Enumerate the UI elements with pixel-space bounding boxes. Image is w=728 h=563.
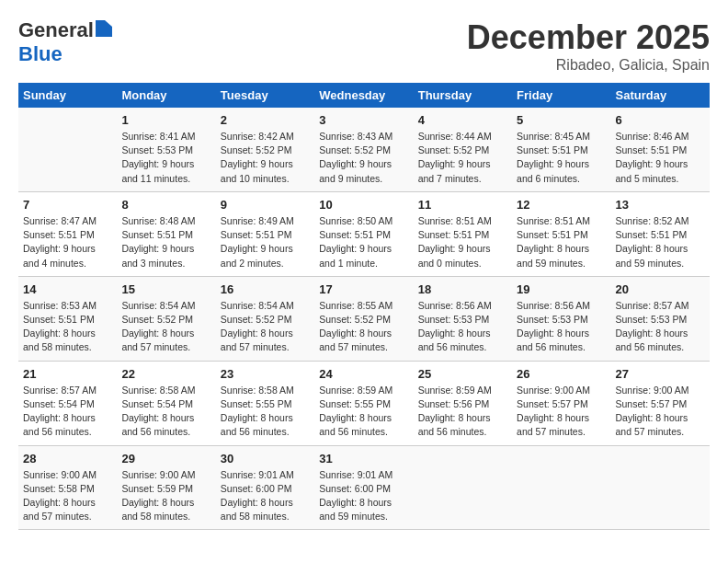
calendar-cell (414, 445, 512, 530)
day-number: 8 (121, 198, 210, 212)
day-info: Sunrise: 8:49 AMSunset: 5:51 PMDaylight:… (221, 214, 310, 270)
day-number: 14 (23, 282, 112, 296)
page-header: General Blue December 2025 Ribadeo, Gali… (18, 18, 710, 74)
day-info: Sunrise: 8:43 AMSunset: 5:52 PMDaylight:… (319, 130, 408, 186)
svg-marker-0 (96, 20, 112, 37)
calendar-cell: 19Sunrise: 8:56 AMSunset: 5:53 PMDayligh… (512, 276, 610, 361)
calendar-cell: 13Sunrise: 8:52 AMSunset: 5:51 PMDayligh… (611, 191, 710, 276)
calendar-cell: 3Sunrise: 8:43 AMSunset: 5:52 PMDaylight… (314, 108, 413, 191)
calendar-cell: 14Sunrise: 8:53 AMSunset: 5:51 PMDayligh… (18, 276, 117, 361)
day-number: 29 (121, 452, 210, 465)
day-number: 24 (319, 367, 408, 381)
day-of-week-saturday: Saturday (611, 83, 710, 108)
day-number: 20 (616, 282, 705, 296)
calendar-cell: 8Sunrise: 8:48 AMSunset: 5:51 PMDaylight… (117, 191, 215, 276)
day-info: Sunrise: 9:00 AMSunset: 5:59 PMDaylight:… (121, 468, 210, 524)
day-number: 21 (23, 367, 112, 381)
day-number: 9 (221, 198, 310, 212)
day-info: Sunrise: 8:57 AMSunset: 5:53 PMDaylight:… (616, 299, 705, 355)
day-number: 31 (319, 452, 408, 465)
day-number: 13 (616, 198, 705, 212)
calendar-cell: 31Sunrise: 9:01 AMSunset: 6:00 PMDayligh… (314, 445, 413, 530)
day-number: 15 (121, 282, 210, 296)
calendar-week-5: 28Sunrise: 9:00 AMSunset: 5:58 PMDayligh… (18, 445, 710, 530)
calendar-table: SundayMondayTuesdayWednesdayThursdayFrid… (18, 83, 710, 530)
calendar-cell: 22Sunrise: 8:58 AMSunset: 5:54 PMDayligh… (117, 361, 215, 445)
calendar-cell: 27Sunrise: 9:00 AMSunset: 5:57 PMDayligh… (611, 361, 710, 445)
calendar-cell: 20Sunrise: 8:57 AMSunset: 5:53 PMDayligh… (611, 276, 710, 361)
day-number: 7 (23, 198, 112, 212)
day-of-week-friday: Friday (512, 83, 610, 108)
calendar-cell: 26Sunrise: 9:00 AMSunset: 5:57 PMDayligh… (512, 361, 610, 445)
calendar-header-row: SundayMondayTuesdayWednesdayThursdayFrid… (18, 83, 710, 108)
day-info: Sunrise: 8:56 AMSunset: 5:53 PMDaylight:… (418, 299, 507, 355)
day-info: Sunrise: 8:55 AMSunset: 5:52 PMDaylight:… (319, 299, 408, 355)
logo-blue: Blue (18, 42, 63, 65)
day-info: Sunrise: 8:56 AMSunset: 5:53 PMDaylight:… (517, 299, 606, 355)
calendar-cell: 29Sunrise: 9:00 AMSunset: 5:59 PMDayligh… (117, 445, 215, 530)
logo: General Blue (18, 18, 112, 66)
logo-icon (96, 20, 112, 37)
day-of-week-thursday: Thursday (414, 83, 512, 108)
location: Ribadeo, Galicia, Spain (467, 57, 710, 74)
day-number: 6 (616, 113, 705, 127)
day-info: Sunrise: 9:01 AMSunset: 6:00 PMDaylight:… (221, 468, 310, 524)
day-info: Sunrise: 8:53 AMSunset: 5:51 PMDaylight:… (23, 299, 112, 355)
day-number: 25 (418, 367, 507, 381)
day-info: Sunrise: 8:54 AMSunset: 5:52 PMDaylight:… (221, 299, 310, 355)
day-info: Sunrise: 8:59 AMSunset: 5:56 PMDaylight:… (418, 384, 507, 440)
logo-general: General (18, 18, 94, 42)
calendar-cell: 24Sunrise: 8:59 AMSunset: 5:55 PMDayligh… (314, 361, 413, 445)
calendar-week-4: 21Sunrise: 8:57 AMSunset: 5:54 PMDayligh… (18, 361, 710, 445)
day-number: 23 (221, 367, 310, 381)
day-info: Sunrise: 9:00 AMSunset: 5:57 PMDaylight:… (517, 384, 606, 440)
calendar-cell: 4Sunrise: 8:44 AMSunset: 5:52 PMDaylight… (414, 108, 512, 191)
calendar-cell: 30Sunrise: 9:01 AMSunset: 6:00 PMDayligh… (216, 445, 314, 530)
title-block: December 2025 Ribadeo, Galicia, Spain (467, 18, 710, 74)
month-title: December 2025 (467, 18, 710, 57)
calendar-cell: 23Sunrise: 8:58 AMSunset: 5:55 PMDayligh… (216, 361, 314, 445)
calendar-cell: 15Sunrise: 8:54 AMSunset: 5:52 PMDayligh… (117, 276, 215, 361)
day-info: Sunrise: 8:59 AMSunset: 5:55 PMDaylight:… (319, 384, 408, 440)
day-info: Sunrise: 8:52 AMSunset: 5:51 PMDaylight:… (616, 214, 705, 270)
day-number: 19 (517, 282, 606, 296)
day-of-week-sunday: Sunday (18, 83, 117, 108)
day-number: 11 (418, 198, 507, 212)
day-info: Sunrise: 9:00 AMSunset: 5:57 PMDaylight:… (616, 384, 705, 440)
calendar-cell: 28Sunrise: 9:00 AMSunset: 5:58 PMDayligh… (18, 445, 117, 530)
calendar-week-1: 1Sunrise: 8:41 AMSunset: 5:53 PMDaylight… (18, 108, 710, 191)
calendar-cell (18, 108, 117, 191)
day-info: Sunrise: 8:50 AMSunset: 5:51 PMDaylight:… (319, 214, 408, 270)
day-number: 5 (517, 113, 606, 127)
calendar-cell: 2Sunrise: 8:42 AMSunset: 5:52 PMDaylight… (216, 108, 314, 191)
calendar-cell: 10Sunrise: 8:50 AMSunset: 5:51 PMDayligh… (314, 191, 413, 276)
calendar-cell: 6Sunrise: 8:46 AMSunset: 5:51 PMDaylight… (611, 108, 710, 191)
day-info: Sunrise: 8:58 AMSunset: 5:55 PMDaylight:… (221, 384, 310, 440)
day-info: Sunrise: 8:57 AMSunset: 5:54 PMDaylight:… (23, 384, 112, 440)
day-number: 10 (319, 198, 408, 212)
day-info: Sunrise: 8:48 AMSunset: 5:51 PMDaylight:… (121, 214, 210, 270)
calendar-cell: 11Sunrise: 8:51 AMSunset: 5:51 PMDayligh… (414, 191, 512, 276)
day-info: Sunrise: 8:58 AMSunset: 5:54 PMDaylight:… (121, 384, 210, 440)
day-number: 16 (221, 282, 310, 296)
day-info: Sunrise: 8:42 AMSunset: 5:52 PMDaylight:… (221, 130, 310, 186)
day-info: Sunrise: 9:00 AMSunset: 5:58 PMDaylight:… (23, 468, 112, 524)
day-of-week-tuesday: Tuesday (216, 83, 314, 108)
day-info: Sunrise: 8:54 AMSunset: 5:52 PMDaylight:… (121, 299, 210, 355)
day-number: 26 (517, 367, 606, 381)
day-number: 2 (221, 113, 310, 127)
day-number: 3 (319, 113, 408, 127)
day-of-week-wednesday: Wednesday (314, 83, 413, 108)
calendar-cell: 12Sunrise: 8:51 AMSunset: 5:51 PMDayligh… (512, 191, 610, 276)
day-info: Sunrise: 8:46 AMSunset: 5:51 PMDaylight:… (616, 130, 705, 186)
day-number: 22 (121, 367, 210, 381)
calendar-cell: 21Sunrise: 8:57 AMSunset: 5:54 PMDayligh… (18, 361, 117, 445)
calendar-week-2: 7Sunrise: 8:47 AMSunset: 5:51 PMDaylight… (18, 191, 710, 276)
day-number: 30 (221, 452, 310, 465)
day-number: 12 (517, 198, 606, 212)
calendar-cell: 18Sunrise: 8:56 AMSunset: 5:53 PMDayligh… (414, 276, 512, 361)
day-info: Sunrise: 8:41 AMSunset: 5:53 PMDaylight:… (121, 130, 210, 186)
day-info: Sunrise: 8:51 AMSunset: 5:51 PMDaylight:… (517, 214, 606, 270)
day-info: Sunrise: 8:44 AMSunset: 5:52 PMDaylight:… (418, 130, 507, 186)
calendar-cell: 25Sunrise: 8:59 AMSunset: 5:56 PMDayligh… (414, 361, 512, 445)
